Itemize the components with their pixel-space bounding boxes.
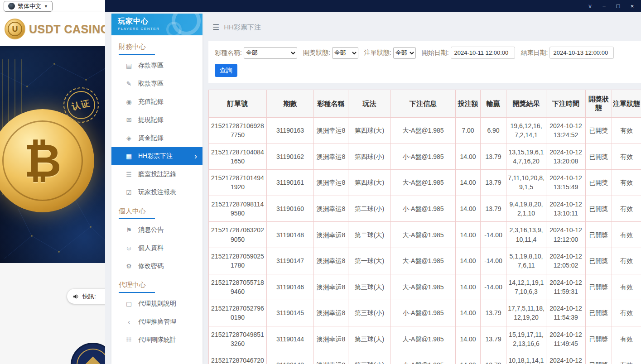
usdt-coin-logo-icon: U (5, 19, 25, 39)
cell-draw-status: 已開獎 (586, 196, 612, 222)
column-header-win-loss: 輸贏 (481, 90, 506, 118)
sidebar-item[interactable]: ☰廳室投註記錄 (111, 165, 202, 183)
cell-draw-status: 已開獎 (586, 118, 612, 144)
cell-bet-info: 大-A盤@1.985 (391, 326, 456, 352)
agent-rules-icon: ▢ (125, 300, 133, 307)
left-page-panel: 繁体中文 ▼ U USDT CASINO (0, 0, 105, 364)
cell-bet-info: 大-A盤@1.985 (391, 274, 456, 300)
cell-bet-amount: 14.00 (456, 248, 481, 274)
main-window: ∨ − □ × 玩家中心 PLAYERS CENTER 財務中心▤存款專區✎取款… (105, 0, 641, 364)
order-status-select[interactable]: 全部 (393, 47, 416, 59)
filter-row: 彩種名稱: 全部 開獎狀態: 全部 注單狀態: (215, 47, 635, 59)
cell-bet-time: 2024-10-12 13:24:52 (546, 118, 586, 144)
cell-period: 31190162 (267, 144, 314, 170)
sidebar-item[interactable]: ⚑消息公告 (111, 221, 202, 239)
sidebar-item[interactable]: ▦HH彩票下注› (111, 147, 202, 165)
table-row: 215217287104084165031190162澳洲幸运8第四球(小)小-… (209, 144, 641, 170)
start-date-input[interactable] (451, 47, 515, 59)
sidebar-item[interactable]: ▤存款專區 (111, 57, 202, 75)
sidebar-item[interactable]: ☺個人資料 (111, 239, 202, 257)
sidebar-item-label: 代理推廣管理 (138, 318, 176, 326)
sidebar-item[interactable]: ✉提現記錄 (111, 111, 202, 129)
chevron-right-icon: › (194, 152, 197, 160)
lottery-name-label: 彩種名稱: (215, 49, 242, 57)
sidebar-item[interactable]: ✎取款專區 (111, 75, 202, 93)
bitcoin-coin-ring: ₿ (2, 120, 83, 201)
sidebar-item[interactable]: ⚙修改密碼 (111, 257, 202, 275)
window-close-icon[interactable]: × (625, 0, 639, 12)
window-collapse-icon[interactable]: ∨ (583, 0, 597, 12)
cell-play-type: 第三球(小) (348, 300, 391, 326)
table-row: 215217287055718946031190146澳洲幸运8第三球(大)大-… (209, 274, 641, 300)
lottery-name-select[interactable]: 全部 (244, 47, 297, 59)
sidebar-item-label: HH彩票下注 (138, 152, 173, 160)
order-status-label: 注單狀態: (364, 49, 391, 57)
sidebar-item[interactable]: ◉充值記錄 (111, 93, 202, 111)
cell-order-status: 有效 (612, 274, 641, 300)
cell-draw-status: 已開獎 (586, 274, 612, 300)
cell-play-type: 第三球(小) (348, 352, 391, 364)
cell-bet-amount: 14.00 (456, 274, 481, 300)
cell-lottery-name: 澳洲幸运8 (314, 170, 348, 196)
sidebar-item-label: 修改密碼 (138, 262, 164, 270)
cell-period: 31190163 (267, 118, 314, 144)
sidebar-nav: 財務中心▤存款專區✎取款專區◉充值記錄✉提現記錄◈資金記錄▦HH彩票下注›☰廳室… (111, 35, 202, 349)
window-maximize-icon[interactable]: □ (611, 0, 625, 12)
cell-draw-result: 2,3,16,13,9,10,11,4 (506, 222, 546, 248)
cell-order-no: 2152172870557189460 (209, 274, 267, 300)
cell-draw-result: 7,11,10,20,8,9,1,5 (506, 170, 546, 196)
cell-order-status: 有效 (612, 196, 641, 222)
end-date-input[interactable] (549, 47, 614, 59)
cell-bet-amount: 14.00 (456, 222, 481, 248)
sidebar-item[interactable]: ◈資金記錄 (111, 129, 202, 147)
cell-lottery-name: 澳洲幸运8 (314, 274, 348, 300)
password-icon: ⚙ (125, 263, 133, 270)
sidebar-title: 玩家中心 (118, 17, 202, 26)
sidebar-item-label: 提現記錄 (138, 116, 164, 124)
recharge-record-icon: ◉ (125, 98, 133, 105)
sidebar-item[interactable]: ▢代理規則說明 (111, 295, 202, 313)
column-header-play-type: 玩法 (348, 90, 391, 118)
sidebar-item-label: 資金記錄 (138, 134, 164, 142)
draw-status-select[interactable]: 全部 (332, 47, 358, 59)
sidebar-item[interactable]: ‹代理推廣管理 (111, 313, 202, 331)
cell-draw-result: 17,7,5,11,18,12,19,20 (506, 300, 546, 326)
cell-order-status: 有效 (612, 222, 641, 248)
speaker-icon (72, 293, 80, 300)
hamburger-menu-icon[interactable]: ☰ (212, 23, 219, 32)
funds-record-icon: ◈ (125, 134, 133, 142)
brand-name: USDT CASINO (29, 23, 105, 36)
cell-draw-status: 已開獎 (586, 222, 612, 248)
table-row: 215217287059025178031190147澳洲幸运8第一球(大)大-… (209, 248, 641, 274)
cell-bet-time: 2024-10-12 13:10:11 (546, 196, 586, 222)
cell-draw-status: 已開獎 (586, 352, 612, 364)
cell-lottery-name: 澳洲幸运8 (314, 352, 348, 364)
column-header-draw-result: 開獎結果 (506, 90, 546, 118)
sidebar-item[interactable]: ☷代理團隊統計 (111, 331, 202, 349)
cell-bet-info: 大-A盤@1.985 (391, 170, 456, 196)
sidebar-item[interactable]: ☑玩家投注報表 (111, 183, 202, 201)
cell-bet-amount: 14.00 (456, 300, 481, 326)
table-row: 215217287101494192031190161澳洲幸运8第四球(大)大-… (209, 170, 641, 196)
content-area: ☰ HH彩票下注 彩種名稱: 全部 開獎狀態: (208, 14, 641, 364)
cell-draw-result: 13,15,19,6,14,7,16,20 (506, 144, 546, 170)
table-row: 215217287063202905031190148澳洲幸运8第二球(大)大-… (209, 222, 641, 248)
cell-win-loss: 13.79 (481, 196, 506, 222)
window-minimize-icon[interactable]: − (597, 0, 611, 12)
cell-period: 31190146 (267, 274, 314, 300)
cell-win-loss: 13.79 (481, 352, 506, 364)
coin-letter: U (8, 22, 22, 36)
agent-team-icon: ☷ (125, 336, 133, 344)
bitcoin-symbol: ₿ (24, 134, 61, 187)
cell-play-type: 第四球(大) (348, 118, 391, 144)
sidebar-item-label: 代理規則說明 (138, 300, 176, 308)
language-selector[interactable]: 繁体中文 ▼ (4, 1, 53, 12)
end-date-label: 結束日期: (521, 49, 548, 57)
cell-bet-amount: 14.00 (456, 170, 481, 196)
cell-bet-amount: 14.00 (456, 144, 481, 170)
crest-badge-gem (85, 357, 101, 364)
cell-period: 31190148 (267, 222, 314, 248)
search-button[interactable]: 查詢 (215, 64, 237, 77)
cell-order-no: 2152172870981149580 (209, 196, 267, 222)
cell-play-type: 第四球(小) (348, 144, 391, 170)
